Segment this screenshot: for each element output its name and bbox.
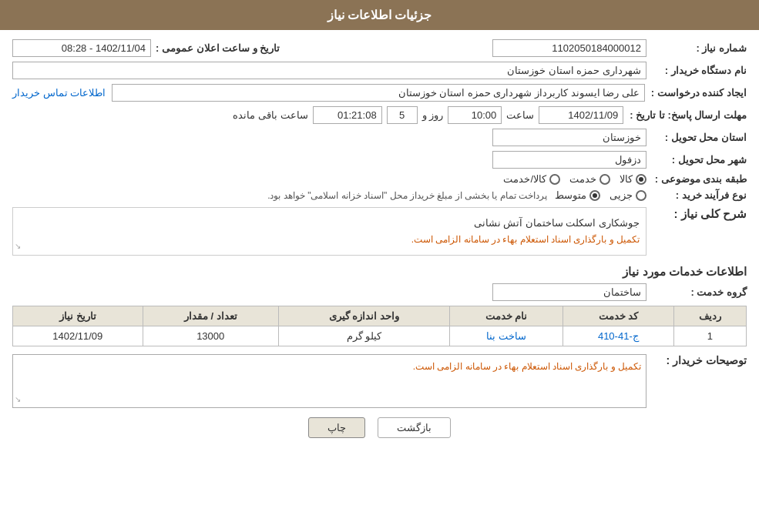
resize-icon: ↘ xyxy=(15,239,21,253)
radio-khadamat-dot[interactable] xyxy=(599,174,610,185)
sharh-box: جوشکاری اسکلت ساختمان آتش نشانی تکمیل و … xyxy=(12,207,646,256)
label-tosif: توصیحات خریدار : xyxy=(646,354,747,366)
print-button[interactable]: چاپ xyxy=(308,417,365,438)
row-ijad-konande: ایجاد کننده درخواست : علی رضا ایسوند کار… xyxy=(12,84,747,102)
value-ostan: خوزستان xyxy=(492,129,646,146)
tosif-note: تکمیل و بارگذاری اسناد استعلام بهاء در س… xyxy=(413,361,641,372)
radio-kala-label: کالا xyxy=(620,173,633,185)
label-ijad: ایجاد کننده درخواست : xyxy=(645,87,747,99)
sharh-line1: جوشکاری اسکلت ساختمان آتش نشانی xyxy=(19,214,640,232)
value-ijad: علی رضا ایسوند کاربرداز شهرداری حمزه است… xyxy=(112,84,645,102)
radio-jozvi-dot[interactable] xyxy=(636,190,646,201)
label-saat: ساعت xyxy=(506,109,534,121)
tosif-container: تکمیل و بارگذاری اسناد استعلام بهاء در س… xyxy=(12,354,646,408)
value-grohe: ساختمان xyxy=(492,283,646,301)
label-tarikh: تاریخ و ساعت اعلان عمومی : xyxy=(151,42,280,54)
row-nam-dastgah: نام دستگاه خریدار : شهرداری حمزه استان خ… xyxy=(12,62,747,79)
row-tosif: توصیحات خریدار : تکمیل و بارگذاری اسناد … xyxy=(12,354,747,408)
radio-motavaset-label: متوسط xyxy=(555,189,586,201)
radio-group-tabaqe: کالا خدمت کالا/خدمت xyxy=(503,173,646,185)
link-ettelaat-tamas[interactable]: اطلاعات تماس خریدار xyxy=(12,87,106,99)
label-roz: روز و xyxy=(422,109,444,121)
buttons-row: بازگشت چاپ xyxy=(12,417,747,438)
row-ostan: استان محل تحویل : خوزستان xyxy=(12,129,747,146)
row-grohe: گروه خدمت : ساختمان xyxy=(12,283,747,301)
radio-motavaset-dot[interactable] xyxy=(589,190,600,201)
label-nam-dastgah: نام دستگاه خریدار : xyxy=(646,65,747,76)
label-farayand: نوع فرآیند خرید : xyxy=(646,189,747,201)
label-shomara: شماره نیاز : xyxy=(646,42,747,54)
row-shomara-tarikh: شماره نیاز : 1102050184000012 تاریخ و سا… xyxy=(12,39,747,57)
radio-motavaset-item: متوسط xyxy=(555,189,600,201)
row-tabaqe: طبقه بندی موضوعی : کالا خدمت کالا/خدمت xyxy=(12,173,747,185)
sharh-content: جوشکاری اسکلت ساختمان آتش نشانی تکمیل و … xyxy=(12,207,646,256)
sharh-note: تکمیل و بارگذاری اسناد استعلام بهاء در س… xyxy=(19,232,640,249)
label-mande: ساعت باقی مانده xyxy=(233,109,307,121)
table-row: 1ج-41-410ساخت بناکیلو گرم130001402/11/09 xyxy=(13,326,747,346)
radio-jozvi-item: جزیی xyxy=(610,189,646,201)
row-shahr: شهر محل تحویل : دزفول xyxy=(12,151,747,169)
col-name: نام خدمت xyxy=(450,306,563,326)
value-tarikh: 1402/11/04 - 08:28 xyxy=(12,39,151,57)
khadamat-table-section: ردیف کد خدمت نام خدمت واحد اندازه گیری ت… xyxy=(12,306,747,346)
radio-kala-item: کالا xyxy=(620,173,646,185)
radio-kala-dot[interactable] xyxy=(636,174,646,185)
label-mohlet: مهلت ارسال پاسخ: تا تاریخ : xyxy=(623,109,747,121)
radio-kala-khadamat-label: کالا/خدمت xyxy=(503,173,546,185)
value-shahr: دزفول xyxy=(492,151,646,169)
label-shahr: شهر محل تحویل : xyxy=(646,154,747,166)
col-code: کد خدمت xyxy=(563,306,673,326)
radio-jozvi-label: جزیی xyxy=(610,189,633,201)
row-mohlet: مهلت ارسال پاسخ: تا تاریخ : 1402/11/09 س… xyxy=(12,106,747,124)
khadamat-table: ردیف کد خدمت نام خدمت واحد اندازه گیری ت… xyxy=(12,306,747,346)
radio-kala-khadamat-item: کالا/خدمت xyxy=(503,173,560,185)
value-mohlet-date: 1402/11/09 xyxy=(539,106,623,124)
value-saat: 10:00 xyxy=(448,106,502,124)
value-shomara: 1102050184000012 xyxy=(492,39,646,57)
col-radif: ردیف xyxy=(673,306,746,326)
value-mande: 01:21:08 xyxy=(313,106,382,124)
radio-khadamat-label: خدمت xyxy=(569,173,596,185)
farayand-note: پرداخت تمام یا بخشی از مبلغ خریداز محل "… xyxy=(12,190,547,201)
radio-group-farayand: جزیی متوسط xyxy=(555,189,646,201)
tosif-resize-icon: ↘ xyxy=(15,393,21,406)
ettelaat-khadamat-title: اطلاعات خدمات مورد نیاز xyxy=(12,265,747,279)
radio-khadamat-item: خدمت xyxy=(569,173,610,185)
back-button[interactable]: بازگشت xyxy=(378,417,451,438)
label-tabaqe: طبقه بندی موضوعی : xyxy=(646,173,747,185)
value-nam-dastgah: شهرداری حمزه استان خوزستان xyxy=(12,62,646,79)
row-sharh: شرح کلی نیاز : جوشکاری اسکلت ساختمان آتش… xyxy=(12,207,747,256)
col-unit: واحد اندازه گیری xyxy=(278,306,449,326)
row-farayand: نوع فرآیند خرید : جزیی متوسط پرداخت تمام… xyxy=(12,189,747,201)
page-title: جزئیات اطلاعات نیاز xyxy=(327,8,432,22)
col-tarikh: تاریخ نیاز xyxy=(13,306,143,326)
value-roz: 5 xyxy=(387,106,418,124)
title-khadamat: اطلاعات خدمات مورد نیاز xyxy=(623,265,747,278)
page-header: جزئیات اطلاعات نیاز xyxy=(0,0,759,30)
label-ostan: استان محل تحویل : xyxy=(646,132,747,143)
radio-kala-khadamat-dot[interactable] xyxy=(549,174,560,185)
col-tedad: تعداد / مقدار xyxy=(143,306,278,326)
tosif-box: تکمیل و بارگذاری اسناد استعلام بهاء در س… xyxy=(12,354,646,408)
label-grohe: گروه خدمت : xyxy=(646,286,747,298)
label-sharh: شرح کلی نیاز : xyxy=(646,207,747,221)
